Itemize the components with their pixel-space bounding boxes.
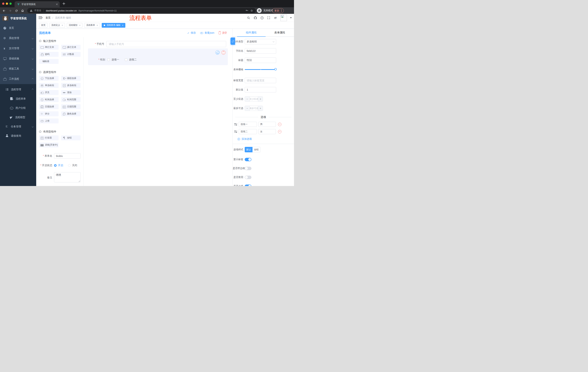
component-dropdown[interactable]: 下拉选择 xyxy=(39,76,59,81)
sidebar-logo[interactable]: 芋道管理系统 xyxy=(0,14,36,23)
close-icon[interactable] xyxy=(122,25,123,26)
route-tab-process-model[interactable]: 流程模型 xyxy=(67,23,83,28)
increase-button[interactable]: + xyxy=(258,106,263,111)
password-key-icon[interactable] xyxy=(245,9,249,12)
sidebar-item-infrastructure[interactable]: 基础设施 xyxy=(0,53,36,64)
save-button[interactable]: ✓ 保存 xyxy=(187,31,196,35)
browser-update-button[interactable]: 更新 xyxy=(272,8,284,13)
canvas-phone-field[interactable]: 手机号 xyxy=(84,41,226,47)
component-single-line-text[interactable]: 单行文本 xyxy=(39,45,59,50)
label-width-input[interactable] xyxy=(245,78,276,83)
component-multi-line-text[interactable]: 多行文本 xyxy=(61,45,81,50)
remove-option-icon[interactable] xyxy=(278,130,282,133)
sidebar-item-devtools[interactable]: 研发工具 xyxy=(0,64,36,74)
github-icon[interactable] xyxy=(253,16,257,20)
tab-form-props[interactable]: 表单属性 xyxy=(266,29,294,36)
close-icon[interactable] xyxy=(62,25,63,26)
decrease-button[interactable]: − xyxy=(245,106,250,111)
resize-grip-icon[interactable] xyxy=(79,181,80,182)
fullscreen-icon[interactable] xyxy=(267,16,271,20)
max-input[interactable] xyxy=(250,106,258,111)
component-cascader[interactable]: 级联选择 xyxy=(61,76,81,81)
component-slider[interactable]: 滑块 xyxy=(61,90,81,95)
disabled-toggle[interactable] xyxy=(245,176,252,179)
breadcrumb-home[interactable]: 首页 xyxy=(45,16,51,20)
sidebar-item-process-form[interactable]: 流程表单 xyxy=(0,94,36,103)
radio-off-label[interactable]: 关闭 xyxy=(72,164,77,167)
route-tab-process-form[interactable]: 流程表单 xyxy=(84,23,100,28)
add-option-button[interactable]: 添加选项 xyxy=(237,138,294,141)
component-button[interactable]: 按钮 xyxy=(61,135,81,140)
field-name-input[interactable] xyxy=(245,48,276,54)
drag-handle-icon[interactable] xyxy=(234,130,237,133)
form-canvas[interactable]: 手机号 性别 选项一 选项二 xyxy=(84,37,232,186)
checkbox[interactable] xyxy=(107,58,110,61)
clear-button[interactable]: 清空 xyxy=(219,31,227,35)
sidebar-item-payment[interactable]: 支付管理 xyxy=(0,43,36,53)
new-tab-button[interactable] xyxy=(63,2,65,5)
option-1-value-input[interactable] xyxy=(258,122,276,127)
copy-component-button[interactable] xyxy=(215,50,220,55)
component-rate[interactable]: 评分 xyxy=(39,111,59,116)
browser-tab[interactable]: 芋道管理系统 xyxy=(15,1,60,7)
tab-close-icon[interactable] xyxy=(56,3,58,5)
forward-button[interactable] xyxy=(8,9,12,12)
delete-component-button[interactable] xyxy=(221,50,226,55)
slider-handle[interactable] xyxy=(274,68,277,70)
component-password[interactable]: 密码 xyxy=(39,52,59,57)
sidebar-item-user-group[interactable]: 用户分组 xyxy=(0,103,36,113)
radio-on-label[interactable]: 开启 xyxy=(58,164,63,167)
component-row-container[interactable]: 行容器 xyxy=(39,135,59,140)
title-input[interactable] xyxy=(245,57,276,63)
sidebar-item-home[interactable]: 首页 xyxy=(0,23,36,33)
checkbox[interactable] xyxy=(125,58,127,61)
decrease-button[interactable]: − xyxy=(245,97,250,101)
sidebar-item-workflow[interactable]: 工作流程 xyxy=(0,74,36,84)
component-switch[interactable]: 开关 xyxy=(39,90,59,95)
style-button-button[interactable]: 按钮 xyxy=(252,147,260,152)
option-2-value-input[interactable] xyxy=(258,129,276,134)
tab-component-props[interactable]: 组件属性 xyxy=(237,29,266,36)
avatar-dropdown-icon[interactable] xyxy=(290,17,292,18)
browser-menu-dots-icon[interactable] xyxy=(281,10,282,11)
sidebar-item-process-model[interactable]: 流程模型 xyxy=(0,113,36,122)
canvas-gender-field[interactable]: 性别 选项一 选项二 xyxy=(88,57,228,63)
close-icon[interactable] xyxy=(79,25,80,26)
close-window-button[interactable] xyxy=(2,2,4,5)
gender-option-1[interactable]: 选项一 xyxy=(107,58,119,61)
close-icon[interactable] xyxy=(96,25,98,26)
component-time-range[interactable]: 时间范围 xyxy=(61,97,81,102)
option-2-label-input[interactable] xyxy=(239,129,257,134)
address-bar[interactable]: 不安全 dashboard.yudao.iocoder.cn/bpm/manag… xyxy=(27,8,256,13)
component-checkbox-group[interactable]: 多选框组 xyxy=(61,83,81,88)
font-size-icon[interactable]: tT xyxy=(274,16,277,20)
minimize-window-button[interactable] xyxy=(6,2,8,5)
route-tab-process-form-edit[interactable]: 流程表单-编辑 xyxy=(102,23,125,28)
sidebar-item-task-mgmt[interactable]: 任务管理 xyxy=(0,122,36,131)
search-icon[interactable] xyxy=(247,16,250,20)
default-value-input[interactable] xyxy=(245,87,276,93)
component-date-picker[interactable]: 日期选择 xyxy=(39,104,59,109)
component-date-range[interactable]: 日期范围 xyxy=(61,104,81,109)
drag-handle-icon[interactable] xyxy=(234,123,237,126)
phone-input[interactable] xyxy=(106,41,226,47)
help-icon[interactable]: ? xyxy=(260,16,264,20)
reload-button[interactable] xyxy=(15,9,18,12)
grid-slider[interactable] xyxy=(245,67,276,72)
gender-option-2[interactable]: 选项二 xyxy=(125,58,137,61)
component-editor[interactable]: 编辑器 xyxy=(39,59,59,64)
option-1-label-input[interactable] xyxy=(239,122,257,127)
bookmark-star-icon[interactable] xyxy=(250,9,253,12)
radio-on[interactable] xyxy=(54,164,57,167)
view-json-button[interactable]: 查看json xyxy=(200,31,214,35)
increase-button[interactable]: + xyxy=(258,97,263,101)
collapse-sidebar-icon[interactable] xyxy=(39,16,42,19)
sidebar-item-process-mgmt[interactable]: 流程管理 xyxy=(0,85,36,94)
zoom-window-button[interactable] xyxy=(10,2,12,5)
component-upload[interactable]: 上传 xyxy=(39,118,59,123)
sidebar-item-system[interactable]: 系统管理 xyxy=(0,33,36,43)
required-toggle[interactable] xyxy=(245,185,252,186)
remove-option-icon[interactable] xyxy=(278,123,282,126)
form-name-input[interactable] xyxy=(54,153,81,159)
form-remark-textarea[interactable]: 嘿嘿 xyxy=(54,172,81,182)
